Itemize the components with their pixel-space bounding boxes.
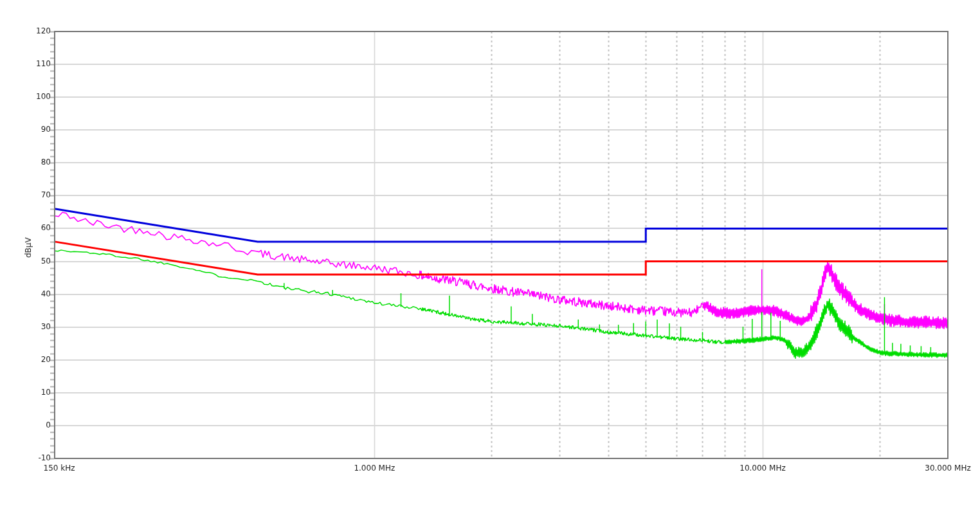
y-axis-tick-label: 60 — [0, 223, 51, 233]
y-axis-tick-label: 80 — [0, 158, 51, 167]
y-axis-tick-label: 110 — [0, 59, 51, 69]
y-axis-tick-label: 10 — [0, 388, 51, 397]
x-axis-tick-label: 1.000 MHz — [354, 464, 395, 473]
x-axis-tick-label: 10.000 MHz — [740, 464, 785, 473]
y-axis-tick-label: 90 — [0, 125, 51, 134]
y-axis-tick-label: 0 — [0, 420, 51, 430]
y-axis-tick-label: 50 — [0, 257, 51, 266]
x-axis-tick-label: 150 kHz — [44, 464, 75, 473]
y-axis-tick-label: 120 — [0, 26, 51, 36]
y-axis-unit-label: dBµV — [24, 237, 33, 258]
y-axis-tick-label: 40 — [0, 289, 51, 299]
y-axis-tick-label: 30 — [0, 322, 51, 332]
y-axis-tick-label: 70 — [0, 190, 51, 200]
emc-measurement-window: dBµV 1201101009080706050403020100-10 150… — [0, 0, 980, 506]
x-axis-tick-label: 30.000 MHz — [925, 464, 970, 473]
emissions-spectrum-plot — [0, 0, 980, 506]
y-axis-tick-label: 20 — [0, 355, 51, 365]
y-axis-tick-label: 100 — [0, 92, 51, 102]
y-axis-tick-label: -10 — [0, 453, 51, 463]
